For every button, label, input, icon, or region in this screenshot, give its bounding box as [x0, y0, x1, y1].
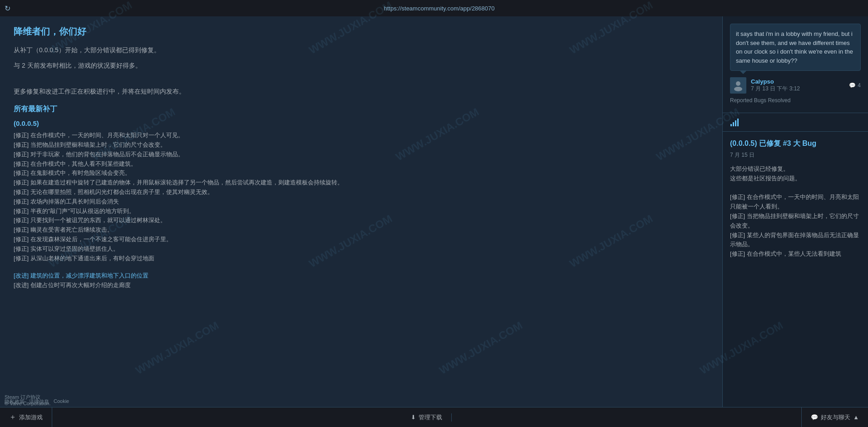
improvement-item-1: [改进] 创建占位时可再次大幅对介绍的走廊度	[14, 281, 709, 290]
bug-item-3: [修正] 在合作模式中，某些人无法看到建筑	[730, 249, 861, 259]
footer-sub: Steam 订户协议 © Valve Corporation.	[0, 393, 55, 407]
avatar	[730, 77, 746, 94]
chat-user-row: Calypso 7 月 13 日 下午 3:12 💬 4	[730, 77, 861, 94]
intro-p2: 与 2 天前发布时相比，游戏的状况要好得多。	[14, 60, 709, 71]
patch-item-3: [修正] 在合作模式中，其他人看不到某些建筑。	[14, 159, 709, 169]
patch-item-10: [修正] 幽灵在受害者死亡后继续攻击。	[14, 225, 709, 235]
bug-item-2: [修正] 某些人的背包界面在掉落物品后无法正确显示物品。	[730, 231, 861, 250]
svg-point-0	[736, 81, 740, 86]
patch-item-9: [修正] 只要找到一个被诅咒的东西，就可以通过树林深处。	[14, 216, 709, 225]
subscriber-link[interactable]: Steam 订户协议	[5, 394, 40, 400]
intro-p1: 从补丁（0.0.0.5）开始，大部分错误都已得到修复。	[14, 45, 709, 56]
comment-count: 💬 4	[849, 82, 861, 89]
bug-card: (0.0.0.5) 已修复 #3 大 Bug 7 月 15 日 大部分错误已经修…	[723, 132, 868, 407]
valve-copyright: © Valve Corporation.	[5, 401, 50, 406]
bug-card-title: (0.0.0.5) 已修复 #3 大 Bug	[730, 139, 861, 149]
resolved-label: Reported Bugs Resolved	[730, 94, 861, 105]
article-body: 从补丁（0.0.0.5）开始，大部分错误都已得到修复。 与 2 天前发布时相比，…	[14, 45, 709, 97]
patch-item-5: [修正] 如果在建造过程中旋转了已建造的物体，并用鼠标滚轮选择了另一个物品，然后…	[14, 178, 709, 188]
add-game-button[interactable]: ＋ 添加游戏	[0, 407, 52, 427]
chat-card: it says that i'm in a lobby with my frie…	[723, 16, 868, 113]
section-title: 所有最新补丁	[14, 104, 709, 114]
svg-point-1	[734, 87, 742, 91]
svg-rect-2	[730, 124, 732, 126]
timestamp: 7 月 13 日 下午 3:12	[751, 85, 844, 93]
patch-item-2: [修正] 对于非玩家，他们的背包在掉落物品后不会正确显示物品。	[14, 150, 709, 159]
improvement-item-0: [改进] 建筑的位置，减少漂浮建筑和地下入口的位置	[14, 271, 709, 281]
intro-p3: 更多修复和改进工作正在积极进行中，并将在短时间内发布。	[14, 86, 709, 97]
chat-icon-taskbar: 💬	[811, 414, 818, 421]
signal-icon	[730, 117, 741, 128]
chat-message: it says that i'm in a lobby with my frie…	[736, 30, 853, 64]
patch-items-list: [修正] 在合作模式中，一天的时间、月亮和太阳只对一个人可见。 [修正] 当把物…	[14, 131, 709, 290]
svg-rect-5	[737, 119, 739, 126]
patch-item-8: [修正] 半夜的"敲门声"可以从很远的地方听到。	[14, 207, 709, 216]
bug-card-body: 大部分错误已经修复。这些都是社区报告的问题。 [修正] 在合作模式中，一天中的时…	[730, 164, 861, 259]
patch-item-1: [修正] 当把物品挂到壁橱和墙架上时，它们的尺寸会改变。	[14, 140, 709, 150]
manage-downloads-label: 管理下载	[419, 413, 442, 422]
user-info: Calypso 7 月 13 日 下午 3:12	[751, 78, 844, 93]
card-divider	[723, 113, 868, 132]
taskbar: ＋ 添加游戏 ⬇ 管理下载 💬 好友与聊天 ▲	[0, 407, 868, 427]
article-title: 降维者们，你们好	[14, 25, 709, 38]
username: Calypso	[751, 78, 844, 85]
url-bar[interactable]: https://steamcommunity.com/app/2868070	[15, 5, 863, 12]
manage-downloads-button[interactable]: ⬇ 管理下载	[402, 413, 452, 422]
refresh-icon[interactable]: ↻	[5, 4, 10, 13]
friends-chat-button[interactable]: 💬 好友与聊天 ▲	[801, 407, 868, 427]
chat-bubble: it says that i'm in a lobby with my frie…	[730, 24, 861, 71]
expand-icon: ▲	[853, 414, 859, 421]
patch-item-12: [修正] 实体可以穿过坚固的墙壁抓住人。	[14, 244, 709, 254]
patch-version: (0.0.0.5)	[14, 119, 709, 127]
browser-top-bar: ↻ https://steamcommunity.com/app/2868070	[0, 0, 868, 16]
download-icon: ⬇	[411, 414, 416, 421]
main-container: 降维者们，你们好 从补丁（0.0.0.5）开始，大部分错误都已得到修复。 与 2…	[0, 16, 868, 407]
patch-item-11: [修正] 在发现森林深处后，一个不速之客可能会住进房子里。	[14, 235, 709, 244]
plus-icon: ＋	[9, 412, 16, 422]
bug-item-1: [修正] 当把物品挂到壁橱和墙架上时，它们的尺寸会改变。	[730, 212, 861, 231]
article-panel: 降维者们，你们好 从补丁（0.0.0.5）开始，大部分错误都已得到修复。 与 2…	[0, 16, 723, 407]
cookie-link[interactable]: Cookie	[54, 398, 69, 405]
right-panel: it says that i'm in a lobby with my frie…	[723, 16, 868, 407]
svg-rect-3	[733, 122, 734, 126]
svg-rect-4	[735, 120, 736, 126]
bug-intro: 大部分错误已经修复。这些都是社区报告的问题。	[730, 164, 861, 184]
patch-item-0: [修正] 在合作模式中，一天的时间、月亮和太阳只对一个人可见。	[14, 131, 709, 140]
bug-card-date: 7 月 15 日	[730, 151, 861, 159]
chat-icon: 💬	[849, 82, 856, 89]
add-game-label: 添加游戏	[19, 413, 43, 422]
patch-item-4: [修正] 在鬼影模式中，有时危险区域会变亮。	[14, 169, 709, 178]
patch-item-6: [修正] 无论在哪里拍照，照相机闪光灯都会出现在房子里，使其对幽灵无效。	[14, 188, 709, 197]
patch-item-13: [修正] 从深山老林的地下通道出来后，有时会穿过地面	[14, 254, 709, 263]
patch-item-7: [修正] 农场内掉落的工具长时间后会消失	[14, 197, 709, 207]
bug-item-0: [修正] 在合作模式中，一天中的时间、月亮和太阳只能被一个人看到。	[730, 193, 861, 212]
taskbar-center: ⬇ 管理下载	[52, 413, 801, 422]
friends-chat-label: 好友与聊天	[821, 413, 850, 422]
